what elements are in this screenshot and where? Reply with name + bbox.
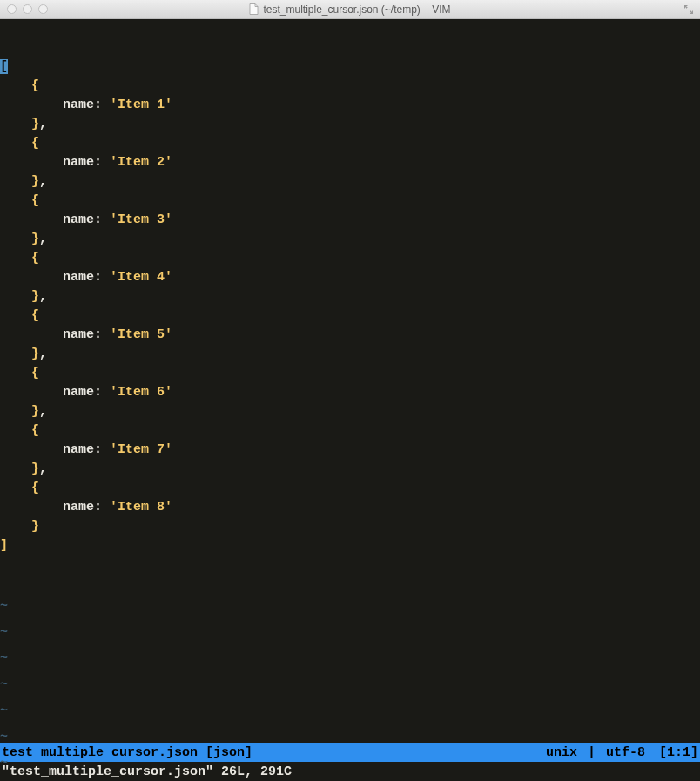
close-brace: }: [31, 404, 39, 419]
property-key: name: [63, 442, 94, 457]
code-line[interactable]: name: 'Item 4': [0, 268, 700, 287]
window-title-text: test_multiple_cursor.json (~/temp) – VIM: [263, 3, 450, 16]
code-line[interactable]: name: 'Item 1': [0, 96, 700, 115]
code-line[interactable]: },: [0, 460, 700, 479]
status-position: [1:1]: [659, 745, 698, 760]
string-value: 'Item 8': [110, 500, 172, 515]
open-brace: {: [31, 193, 39, 208]
status-separator: |: [582, 745, 601, 760]
minimize-window-button[interactable]: [23, 4, 32, 14]
string-value: 'Item 7': [110, 442, 172, 457]
string-value: 'Item 6': [110, 385, 172, 400]
open-brace: {: [31, 78, 39, 93]
comma: ,: [39, 289, 47, 304]
close-brace: }: [31, 519, 39, 534]
code-line[interactable]: {: [0, 192, 700, 211]
code-line[interactable]: },: [0, 287, 700, 306]
colon: :: [94, 500, 110, 515]
close-brace: }: [31, 232, 39, 246]
property-key: name: [63, 270, 94, 285]
code-line[interactable]: },: [0, 172, 700, 192]
status-filetype: [json]: [205, 745, 252, 760]
code-line[interactable]: name: 'Item 8': [0, 498, 700, 517]
string-value: 'Item 1': [110, 98, 172, 112]
colon: :: [94, 212, 110, 227]
status-fileformat: unix: [546, 745, 577, 760]
property-key: name: [63, 98, 94, 112]
editor-pane[interactable]: [ { name: 'Item 1' }, { name: 'Item 2' }…: [0, 19, 700, 743]
document-icon: [249, 3, 259, 15]
comma: ,: [39, 404, 47, 419]
string-value: 'Item 4': [110, 270, 172, 285]
close-window-button[interactable]: [7, 4, 17, 14]
close-brace: }: [31, 289, 39, 304]
open-brace: {: [31, 366, 39, 380]
open-bracket: [: [0, 59, 8, 74]
code-line[interactable]: {: [0, 306, 700, 326]
tilde-line: ~: [0, 594, 700, 620]
open-brace: {: [31, 251, 39, 266]
colon: :: [94, 327, 110, 342]
window-controls: [0, 4, 48, 14]
colon: :: [94, 98, 110, 112]
open-brace: {: [31, 136, 39, 151]
code-line[interactable]: name: 'Item 3': [0, 211, 700, 230]
property-key: name: [63, 212, 94, 227]
code-line[interactable]: name: 'Item 6': [0, 383, 700, 402]
tilde-line: ~: [0, 646, 700, 672]
close-brace: }: [31, 347, 39, 361]
comma: ,: [39, 117, 47, 131]
code-line[interactable]: name: 'Item 5': [0, 326, 700, 345]
code-area[interactable]: [ { name: 'Item 1' }, { name: 'Item 2' }…: [0, 57, 700, 555]
close-brace: }: [31, 117, 39, 131]
open-brace: {: [31, 423, 39, 438]
close-bracket: ]: [0, 538, 8, 553]
code-line[interactable]: {: [0, 421, 700, 441]
close-brace: }: [31, 174, 39, 189]
code-line[interactable]: },: [0, 402, 700, 421]
code-line[interactable]: {: [0, 77, 700, 96]
open-brace: {: [31, 308, 39, 323]
tilde-line: ~: [0, 620, 700, 646]
string-value: 'Item 3': [110, 212, 172, 227]
colon: :: [94, 385, 110, 400]
title-bar: test_multiple_cursor.json (~/temp) – VIM: [0, 0, 700, 19]
comma: ,: [39, 461, 47, 476]
code-line[interactable]: {: [0, 479, 700, 498]
comma: ,: [39, 232, 47, 246]
code-line[interactable]: {: [0, 364, 700, 383]
code-line-close-bracket[interactable]: ]: [0, 536, 700, 555]
status-line: test_multiple_cursor.json [json] unix | …: [0, 743, 700, 762]
fullscreen-button[interactable]: [683, 3, 695, 16]
code-line[interactable]: {: [0, 249, 700, 268]
code-line[interactable]: name: 'Item 2': [0, 153, 700, 172]
string-value: 'Item 2': [110, 155, 172, 170]
comma: ,: [39, 174, 47, 189]
property-key: name: [63, 327, 94, 342]
window-title: test_multiple_cursor.json (~/temp) – VIM: [0, 3, 700, 16]
string-value: 'Item 5': [110, 327, 172, 342]
command-text: "test_multiple_cursor.json" 26L, 291C: [2, 764, 292, 779]
status-filename: test_multiple_cursor.json: [2, 745, 198, 760]
comma: ,: [39, 347, 47, 361]
property-key: name: [63, 385, 94, 400]
code-line[interactable]: {: [0, 134, 700, 153]
code-line[interactable]: }: [0, 517, 700, 536]
command-line: "test_multiple_cursor.json" 26L, 291C: [0, 762, 700, 781]
code-line[interactable]: },: [0, 345, 700, 364]
tilde-line: ~: [0, 672, 700, 698]
colon: :: [94, 155, 110, 170]
colon: :: [94, 270, 110, 285]
open-brace: {: [31, 481, 39, 495]
code-line[interactable]: },: [0, 230, 700, 249]
close-brace: }: [31, 461, 39, 476]
status-encoding: utf-8: [606, 745, 645, 760]
code-line[interactable]: name: 'Item 7': [0, 441, 700, 460]
property-key: name: [63, 500, 94, 515]
tilde-line: ~: [0, 698, 700, 724]
zoom-window-button[interactable]: [38, 4, 48, 14]
property-key: name: [63, 155, 94, 170]
code-line[interactable]: },: [0, 115, 700, 134]
code-line-open-bracket[interactable]: [: [0, 57, 700, 77]
colon: :: [94, 442, 110, 457]
